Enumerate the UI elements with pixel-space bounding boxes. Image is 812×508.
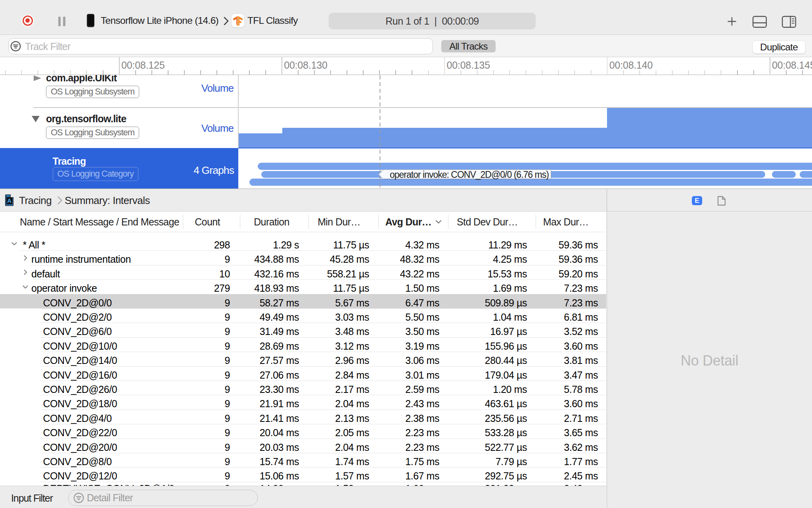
- svg-text:A: A: [7, 197, 11, 204]
